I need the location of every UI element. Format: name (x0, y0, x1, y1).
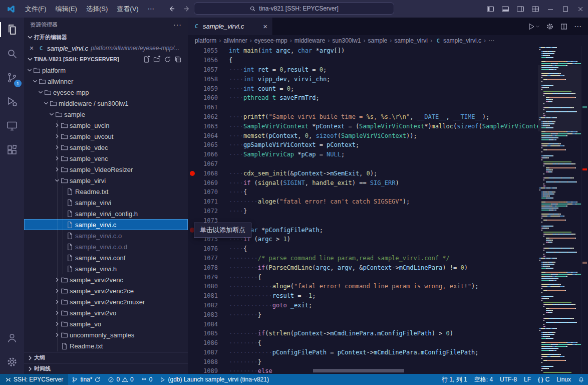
account-icon[interactable] (0, 326, 24, 350)
code-text[interactable]: int main(int argc, char *argv[]) (218, 47, 345, 54)
tree-item[interactable]: sample_virvi (24, 175, 188, 186)
minimize-icon[interactable] (543, 0, 558, 18)
breadcrumb-item[interactable]: sample (368, 37, 388, 44)
code-text[interactable]: ····int ret = 0,result = 0; (218, 66, 327, 73)
breakpoint-gutter[interactable] (188, 84, 197, 93)
language-mode[interactable]: { } C (534, 374, 553, 385)
os-indicator[interactable]: Linux (553, 374, 574, 385)
breakpoint-gutter[interactable] (188, 140, 197, 150)
code-text[interactable]: ········} (218, 358, 261, 365)
tree-item[interactable]: platform (24, 65, 188, 76)
new-file-icon[interactable] (143, 56, 150, 63)
explorer-icon[interactable] (0, 18, 24, 42)
breakpoint-gutter[interactable] (188, 93, 197, 103)
breakpoint-gutter[interactable] (188, 272, 197, 282)
minimap[interactable] (538, 46, 581, 374)
breakpoint-gutter[interactable] (188, 159, 197, 169)
breakpoint-gutter[interactable] (188, 131, 197, 140)
tree-item[interactable]: sample_virvi.conf (24, 252, 188, 263)
notifications-bell[interactable] (574, 374, 588, 385)
run-debug-icon[interactable] (0, 90, 24, 114)
breakpoint-gutter[interactable] (188, 366, 197, 374)
breakpoint-gutter[interactable] (188, 178, 197, 187)
menu-item-4[interactable]: ⋯ (143, 0, 159, 18)
open-editor-item[interactable]: × C sample_virvi.c platform/allwinner/ey… (24, 43, 188, 54)
menu-item-1[interactable]: 编辑(E) (51, 0, 82, 18)
breakpoint-gutter[interactable] (188, 56, 197, 65)
tree-item[interactable]: sample_virvi_config.h (24, 208, 188, 219)
toggle-sidebar-icon[interactable] (483, 0, 498, 18)
code-text[interactable]: ····int vipp_dev, virvi_chn; (218, 76, 330, 83)
tree-item[interactable]: middleware / sun300iw1 (24, 98, 188, 109)
breakpoint-gutter[interactable] (188, 282, 197, 291)
code-text[interactable]: ····printf("Sample virvi buile time = %s… (218, 113, 489, 120)
tree-item[interactable]: sample_uvcout (24, 131, 188, 142)
breakpoint-gutter[interactable] (188, 291, 197, 301)
tree-item[interactable]: sample_venc (24, 153, 188, 164)
tree-item[interactable]: sample_virvi (24, 197, 188, 208)
tree-item[interactable]: sample_virvi2vo (24, 307, 188, 318)
back-arrow-icon[interactable] (168, 5, 175, 13)
new-folder-icon[interactable] (153, 56, 161, 63)
toggle-panel-icon[interactable] (498, 0, 513, 18)
breakpoint-gutter[interactable] (188, 187, 197, 197)
extensions-icon[interactable] (0, 138, 24, 162)
breakpoint-gutter[interactable] (188, 150, 197, 159)
code-text[interactable]: ····cdx_sem_init(&pContext->mSemExit, 0)… (218, 170, 377, 177)
tree-item[interactable]: Readme.txt (24, 186, 188, 197)
breadcrumb-item[interactable]: sun300iw1 (332, 37, 361, 44)
code-text[interactable]: ········else (218, 367, 272, 374)
outline-header[interactable]: 大纲 (24, 352, 188, 363)
collapse-all-icon[interactable] (174, 56, 182, 63)
breakpoint-gutter[interactable] (188, 46, 197, 56)
toggle-secondary-sidebar-icon[interactable] (513, 0, 528, 18)
breakpoint-gutter[interactable] (188, 310, 197, 319)
tree-item[interactable]: sample_virvi2venc2ce (24, 285, 188, 296)
encoding[interactable]: UTF-8 (496, 374, 520, 385)
code-text[interactable]: ····if (signal(SIGINT, handle_exit) == S… (218, 179, 399, 186)
breakpoint-gutter[interactable] (188, 207, 197, 216)
breakpoint-icon[interactable] (188, 168, 197, 178)
breadcrumb-item[interactable]: allwinner (223, 37, 247, 44)
tree-item[interactable]: allwinner (24, 76, 188, 87)
breakpoint-gutter[interactable] (188, 348, 197, 357)
tab-close-icon[interactable]: × (263, 22, 267, 31)
code-text[interactable]: ········if(ParseCmdLine(argc, argv, &pCo… (218, 264, 468, 271)
close-editor-icon[interactable]: × (28, 44, 35, 52)
code-text[interactable]: ····{ (218, 245, 247, 252)
tree-item[interactable]: sample_VideoResizer (24, 164, 188, 175)
breakpoint-gutter[interactable] (188, 197, 197, 207)
breakpoint-gutter[interactable] (188, 121, 197, 131)
run-or-debug-icon[interactable] (527, 23, 540, 31)
code-text[interactable]: ············aloge("fatal error! command … (218, 283, 479, 290)
menu-item-3[interactable]: 查看(V) (112, 0, 143, 18)
command-center-search[interactable]: tina-v821 [SSH: EPYCServer] (194, 3, 394, 15)
remote-explorer-icon[interactable] (0, 114, 24, 138)
breadcrumb-item[interactable]: ⋯ (488, 37, 494, 44)
overview-ruler[interactable] (581, 46, 588, 374)
breadcrumb-item[interactable]: sample_virvi (394, 37, 428, 44)
code-text[interactable]: ············goto _exit; (218, 302, 312, 309)
breakpoint-gutter[interactable] (188, 254, 197, 263)
breakpoint-gutter[interactable] (188, 263, 197, 272)
code-text[interactable]: ····memset(pContext, 0, sizeof(SampleVir… (218, 132, 417, 139)
code-text[interactable]: ····pthread_t saveFrmTrd; (218, 94, 320, 101)
code-text[interactable]: ········{ (218, 339, 261, 346)
code-text[interactable]: ········{ (218, 274, 261, 281)
code-text[interactable]: ····{ (218, 188, 247, 196)
tree-item[interactable]: sample_virvi2venc2muxer (24, 296, 188, 307)
tree-item[interactable]: sample_virvi2venc (24, 274, 188, 285)
customize-layout-icon[interactable] (528, 0, 543, 18)
explorer-more-actions-icon[interactable]: ··· (173, 21, 182, 29)
code-text[interactable]: { (218, 57, 232, 64)
menu-item-2[interactable]: 选择(S) (82, 0, 112, 18)
breakpoint-gutter[interactable] (188, 301, 197, 310)
tree-item[interactable]: sample_virvi.h (24, 263, 188, 274)
code-text[interactable]: ············pConfigFilePath = pContext->… (218, 349, 479, 356)
breakpoint-gutter[interactable] (188, 319, 197, 329)
git-branch-status[interactable]: tina* (68, 374, 104, 385)
indentation[interactable]: 空格: 4 (471, 374, 496, 385)
ports-status[interactable]: 0 (137, 374, 156, 385)
source-control-icon[interactable]: 1 (0, 66, 24, 90)
cursor-position[interactable]: 行 1, 列 1 (438, 374, 471, 385)
